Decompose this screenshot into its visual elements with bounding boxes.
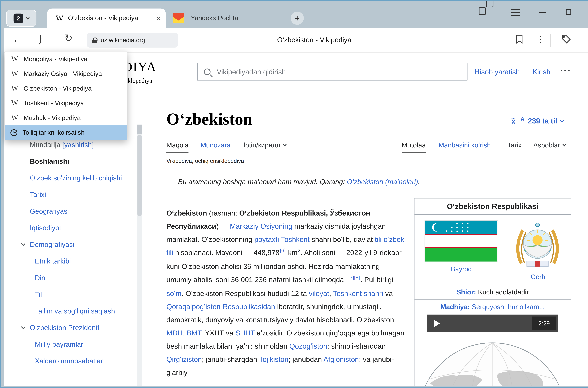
wikipedia-favicon: W [11, 69, 19, 78]
inline-link[interactable]: Qoraqalpogʻiston Respublikasidan [166, 303, 275, 311]
infobox-anthem-row: Madhiya: Serquyosh, hur oʻlkam... 2:29 [415, 299, 571, 337]
menu-hamburger-icon[interactable] [511, 9, 520, 16]
inline-link[interactable]: soʻm [166, 290, 182, 298]
motto-label-link[interactable]: Shior: [457, 288, 476, 296]
toc-item[interactable]: Geografiyasi [30, 206, 123, 216]
inline-link[interactable]: Afgʻoniston [323, 355, 359, 363]
bookmark-icon[interactable] [515, 34, 523, 45]
tab-variant-selector[interactable]: lotin/кирилл [244, 137, 286, 153]
uzbekistan-emblem-image[interactable] [513, 220, 562, 270]
chevron-down-icon [26, 16, 30, 20]
play-icon[interactable] [434, 320, 440, 327]
navigation-bar: ← ↻ uz.wikipedia.org Oʻzbekiston - Vikip… [4, 28, 588, 53]
wiki-search-box[interactable] [197, 63, 467, 81]
toc-item[interactable]: Boshlanishi [30, 156, 123, 166]
inline-link[interactable]: BMT [187, 329, 201, 337]
more-options-icon[interactable]: ··· [560, 65, 571, 77]
text-segment: . Pul birligi — [360, 275, 403, 284]
window-maximize-button[interactable] [563, 6, 574, 18]
inline-link[interactable]: Markaziy Osiyoning [230, 222, 292, 230]
inline-link[interactable]: Qozogʻiston [289, 342, 327, 350]
toc-scrollbar[interactable] [137, 125, 142, 386]
history-item[interactable]: WMarkaziy Osiyo - Vikipediya [5, 66, 127, 81]
text-segment: hisoblanadi. Maydoni — 448,978 [173, 248, 280, 257]
toc-hide-link[interactable]: [yashirish] [62, 141, 94, 149]
inline-link[interactable]: SHHT [235, 329, 255, 337]
toc-item[interactable]: Iqtisodiyot [30, 223, 123, 233]
inline-link[interactable]: poytaxti Toshkent [254, 235, 310, 243]
back-button[interactable]: ← [12, 33, 23, 45]
toc-item[interactable]: Xalqaro munosabatlar [30, 356, 123, 366]
language-selector[interactable]: A 239 ta til [510, 117, 564, 125]
history-item[interactable]: WMongoliya - Vikipediya [5, 51, 127, 66]
kebab-menu-icon[interactable]: ⋮ [536, 34, 545, 45]
tab-tarix[interactable]: Tarix [507, 137, 522, 153]
inline-link[interactable]: [6] [280, 248, 286, 253]
inline-link[interactable]: Toshkent shahri [333, 290, 383, 298]
window-minimize-button[interactable]: — [536, 6, 548, 18]
toc-item-label: Milliy bayramlar [35, 340, 83, 348]
anthem-title-link[interactable]: Serquyosh, hur oʻlkam... [470, 303, 545, 311]
login-link[interactable]: Kirish [533, 68, 550, 76]
inline-link[interactable]: Tojikiston [259, 355, 288, 363]
tab-munozara[interactable]: Munozara [200, 137, 231, 153]
toc-item[interactable]: Milliy bayramlar [30, 339, 123, 349]
toc-scroll-thumb[interactable] [137, 135, 142, 216]
create-account-link[interactable]: Hisob yaratish [474, 68, 520, 76]
chevron-down-icon [283, 143, 287, 146]
toc-item[interactable]: Tarixi [30, 190, 123, 200]
tab-counter-button[interactable]: 2 [6, 10, 36, 27]
toc-item[interactable]: Etnik tarkibi [30, 256, 123, 266]
toc-item[interactable]: Taʼlim va sogʻliqni saqlash [30, 306, 123, 316]
toc-item[interactable]: Oʻzbekiston Prezidenti [30, 323, 123, 333]
toc-scroll-up[interactable] [137, 125, 142, 134]
new-tab-button[interactable]: + [291, 12, 304, 25]
history-item[interactable]: WMushuk - Vikipediya [5, 110, 127, 125]
toc-item-label: Taʼlim va sogʻliqni saqlash [35, 307, 115, 315]
tab-maqola[interactable]: Maqola [166, 137, 189, 153]
wikipedia-favicon: W [11, 54, 19, 63]
infobox-title: Oʻzbekiston Respublikasi [415, 198, 571, 215]
text-segment: Oʻzbekiston [166, 209, 207, 217]
tab-active[interactable]: W Oʻzbekiston - Vikipediya × [47, 8, 166, 28]
inline-link[interactable]: Oʻzbekiston (maʼnolari) [347, 178, 418, 186]
tab-manbasini-korish[interactable]: Manbasini koʻrish [439, 137, 491, 153]
toc-item[interactable]: Din [30, 273, 123, 283]
flag-caption-link[interactable]: Bayroq [424, 265, 498, 273]
anthem-label-link[interactable]: Madhiya: [441, 303, 470, 311]
toc-item-label: Xalqaro munosabatlar [35, 357, 103, 365]
text-segment: shahri boʻlib, davlat [310, 235, 375, 243]
toc-item-label: Oʻzbekiston Prezidenti [30, 324, 99, 332]
chevron-down-icon[interactable] [21, 242, 25, 246]
history-item[interactable]: WToshkent - Vikipediya [5, 96, 127, 110]
search-icon [204, 69, 211, 75]
collections-tag-icon[interactable] [561, 34, 571, 46]
toc-item-label: Din [35, 274, 45, 282]
emblem-caption-link[interactable]: Gerb [513, 273, 563, 281]
tab-asboblar[interactable]: Asboblar [533, 137, 566, 153]
search-icon[interactable] [40, 36, 41, 43]
toc-item[interactable]: Oʻzbek soʻzining kelib chiqishi [30, 173, 123, 183]
history-item[interactable]: WOʻzbekiston - Vikipediya [5, 81, 127, 96]
toc-item-label: Oʻzbek soʻzining kelib chiqishi [30, 174, 122, 182]
anthem-audio-player[interactable]: 2:29 [427, 315, 558, 332]
reload-button[interactable]: ↻ [64, 32, 73, 44]
text-segment: va [383, 290, 393, 298]
tab-title: Yandeks Pochta [191, 14, 281, 22]
chevron-down-icon[interactable] [21, 325, 25, 329]
toc-item-label: Etnik tarkibi [35, 257, 71, 265]
inline-link[interactable]: MDH [166, 329, 183, 337]
inline-link[interactable]: Qirgʻiziston [166, 355, 202, 363]
toc-item[interactable]: Til [30, 290, 123, 300]
inline-link[interactable]: [7][8] [348, 275, 360, 280]
tab-inactive[interactable]: Yandeks Pochta [168, 8, 281, 28]
yandex-mail-icon [173, 13, 184, 23]
uzbekistan-flag-image[interactable] [424, 220, 498, 262]
close-tab-icon[interactable]: × [156, 14, 161, 22]
inline-link[interactable]: viloyat [309, 290, 329, 298]
infobox-location-map [415, 337, 571, 386]
search-input[interactable] [217, 68, 461, 76]
history-show-all-item[interactable]: Toʻliq tarixni koʻrsatish [5, 125, 127, 140]
tab-mutolaa[interactable]: Mutolaa [402, 137, 426, 153]
toc-item[interactable]: Demografiyasi [30, 240, 123, 250]
